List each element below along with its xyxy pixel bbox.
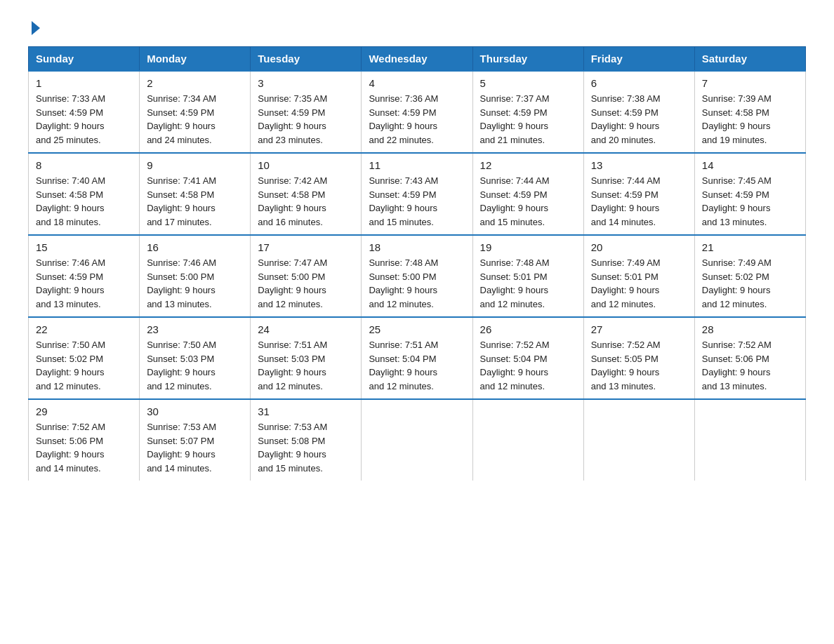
day-number: 4 — [369, 77, 465, 89]
logo-arrow-icon — [32, 21, 40, 35]
calendar-cell: 10 Sunrise: 7:42 AMSunset: 4:58 PMDaylig… — [251, 153, 362, 235]
calendar-cell: 26 Sunrise: 7:52 AMSunset: 5:04 PMDaylig… — [472, 317, 583, 399]
day-number: 21 — [702, 241, 798, 253]
calendar-cell: 3 Sunrise: 7:35 AMSunset: 4:59 PMDayligh… — [251, 71, 362, 153]
day-number: 31 — [258, 405, 354, 417]
calendar-cell: 13 Sunrise: 7:44 AMSunset: 4:59 PMDaylig… — [583, 153, 694, 235]
day-info: Sunrise: 7:53 AMSunset: 5:07 PMDaylight:… — [147, 422, 216, 474]
weekday-header-sunday: Sunday — [29, 47, 140, 72]
calendar-cell: 9 Sunrise: 7:41 AMSunset: 4:58 PMDayligh… — [140, 153, 251, 235]
weekday-header-friday: Friday — [583, 47, 694, 72]
calendar-cell: 16 Sunrise: 7:46 AMSunset: 5:00 PMDaylig… — [140, 235, 251, 317]
weekday-header-saturday: Saturday — [694, 47, 805, 72]
day-info: Sunrise: 7:35 AMSunset: 4:59 PMDaylight:… — [258, 93, 327, 145]
day-number: 9 — [147, 159, 243, 171]
calendar-cell: 4 Sunrise: 7:36 AMSunset: 4:59 PMDayligh… — [362, 71, 472, 153]
day-number: 15 — [36, 241, 132, 253]
day-info: Sunrise: 7:52 AMSunset: 5:04 PMDaylight:… — [480, 340, 550, 391]
day-number: 25 — [369, 323, 465, 335]
day-number: 30 — [147, 405, 243, 417]
calendar-cell: 29 Sunrise: 7:52 AMSunset: 5:06 PMDaylig… — [29, 399, 140, 481]
day-info: Sunrise: 7:50 AMSunset: 5:02 PMDaylight:… — [36, 340, 105, 391]
calendar-cell: 8 Sunrise: 7:40 AMSunset: 4:58 PMDayligh… — [29, 153, 140, 235]
calendar-cell: 5 Sunrise: 7:37 AMSunset: 4:59 PMDayligh… — [472, 71, 583, 153]
day-number: 7 — [702, 77, 798, 89]
day-number: 26 — [480, 323, 576, 335]
logo — [28, 21, 40, 32]
day-number: 20 — [591, 241, 687, 253]
day-info: Sunrise: 7:51 AMSunset: 5:04 PMDaylight:… — [369, 340, 438, 391]
day-info: Sunrise: 7:36 AMSunset: 4:59 PMDaylight:… — [369, 93, 438, 145]
week-row-5: 29 Sunrise: 7:52 AMSunset: 5:06 PMDaylig… — [29, 399, 806, 481]
calendar-cell: 18 Sunrise: 7:48 AMSunset: 5:00 PMDaylig… — [362, 235, 472, 317]
day-number: 1 — [36, 77, 132, 89]
day-number: 10 — [258, 159, 354, 171]
calendar-cell — [694, 399, 805, 481]
day-number: 29 — [36, 405, 132, 417]
day-number: 27 — [591, 323, 687, 335]
calendar-table: SundayMondayTuesdayWednesdayThursdayFrid… — [28, 46, 806, 481]
day-number: 11 — [369, 159, 465, 171]
day-number: 16 — [147, 241, 243, 253]
calendar-cell: 25 Sunrise: 7:51 AMSunset: 5:04 PMDaylig… — [362, 317, 472, 399]
calendar-cell: 14 Sunrise: 7:45 AMSunset: 4:59 PMDaylig… — [694, 153, 805, 235]
calendar-cell — [583, 399, 694, 481]
day-info: Sunrise: 7:43 AMSunset: 4:59 PMDaylight:… — [369, 175, 438, 227]
day-number: 17 — [258, 241, 354, 253]
calendar-cell: 15 Sunrise: 7:46 AMSunset: 4:59 PMDaylig… — [29, 235, 140, 317]
day-info: Sunrise: 7:39 AMSunset: 4:58 PMDaylight:… — [702, 93, 772, 145]
day-number: 12 — [480, 159, 576, 171]
weekday-header-thursday: Thursday — [472, 47, 583, 72]
day-number: 8 — [36, 159, 132, 171]
calendar-cell: 31 Sunrise: 7:53 AMSunset: 5:08 PMDaylig… — [251, 399, 362, 481]
week-row-2: 8 Sunrise: 7:40 AMSunset: 4:58 PMDayligh… — [29, 153, 806, 235]
calendar-cell: 19 Sunrise: 7:48 AMSunset: 5:01 PMDaylig… — [472, 235, 583, 317]
weekday-header-wednesday: Wednesday — [362, 47, 472, 72]
day-info: Sunrise: 7:37 AMSunset: 4:59 PMDaylight:… — [480, 93, 550, 145]
calendar-cell — [362, 399, 472, 481]
calendar-cell: 23 Sunrise: 7:50 AMSunset: 5:03 PMDaylig… — [140, 317, 251, 399]
calendar-cell: 12 Sunrise: 7:44 AMSunset: 4:59 PMDaylig… — [472, 153, 583, 235]
day-number: 28 — [702, 323, 798, 335]
logo-text — [28, 21, 40, 35]
day-number: 19 — [480, 241, 576, 253]
day-number: 24 — [258, 323, 354, 335]
page-header — [28, 21, 806, 32]
calendar-cell: 28 Sunrise: 7:52 AMSunset: 5:06 PMDaylig… — [694, 317, 805, 399]
calendar-cell: 21 Sunrise: 7:49 AMSunset: 5:02 PMDaylig… — [694, 235, 805, 317]
day-info: Sunrise: 7:41 AMSunset: 4:58 PMDaylight:… — [147, 175, 216, 227]
calendar-header: SundayMondayTuesdayWednesdayThursdayFrid… — [29, 47, 806, 72]
calendar-cell: 30 Sunrise: 7:53 AMSunset: 5:07 PMDaylig… — [140, 399, 251, 481]
day-info: Sunrise: 7:49 AMSunset: 5:01 PMDaylight:… — [591, 257, 661, 309]
day-info: Sunrise: 7:46 AMSunset: 5:00 PMDaylight:… — [147, 257, 216, 309]
day-info: Sunrise: 7:51 AMSunset: 5:03 PMDaylight:… — [258, 340, 327, 391]
day-number: 2 — [147, 77, 243, 89]
day-info: Sunrise: 7:50 AMSunset: 5:03 PMDaylight:… — [147, 340, 216, 391]
day-info: Sunrise: 7:48 AMSunset: 5:00 PMDaylight:… — [369, 257, 438, 309]
day-info: Sunrise: 7:49 AMSunset: 5:02 PMDaylight:… — [702, 257, 772, 309]
day-info: Sunrise: 7:33 AMSunset: 4:59 PMDaylight:… — [36, 93, 105, 145]
calendar-cell: 22 Sunrise: 7:50 AMSunset: 5:02 PMDaylig… — [29, 317, 140, 399]
day-info: Sunrise: 7:45 AMSunset: 4:59 PMDaylight:… — [702, 175, 772, 227]
calendar-cell: 2 Sunrise: 7:34 AMSunset: 4:59 PMDayligh… — [140, 71, 251, 153]
day-info: Sunrise: 7:46 AMSunset: 4:59 PMDaylight:… — [36, 257, 105, 309]
day-number: 5 — [480, 77, 576, 89]
day-number: 22 — [36, 323, 132, 335]
day-info: Sunrise: 7:34 AMSunset: 4:59 PMDaylight:… — [147, 93, 216, 145]
weekday-header-tuesday: Tuesday — [251, 47, 362, 72]
calendar-body: 1 Sunrise: 7:33 AMSunset: 4:59 PMDayligh… — [29, 71, 806, 481]
day-info: Sunrise: 7:38 AMSunset: 4:59 PMDaylight:… — [591, 93, 661, 145]
day-info: Sunrise: 7:53 AMSunset: 5:08 PMDaylight:… — [258, 422, 327, 474]
day-number: 18 — [369, 241, 465, 253]
day-info: Sunrise: 7:52 AMSunset: 5:06 PMDaylight:… — [702, 340, 772, 391]
week-row-4: 22 Sunrise: 7:50 AMSunset: 5:02 PMDaylig… — [29, 317, 806, 399]
day-number: 13 — [591, 159, 687, 171]
calendar-cell — [472, 399, 583, 481]
calendar-cell: 17 Sunrise: 7:47 AMSunset: 5:00 PMDaylig… — [251, 235, 362, 317]
week-row-1: 1 Sunrise: 7:33 AMSunset: 4:59 PMDayligh… — [29, 71, 806, 153]
day-number: 3 — [258, 77, 354, 89]
day-info: Sunrise: 7:42 AMSunset: 4:58 PMDaylight:… — [258, 175, 327, 227]
calendar-cell: 24 Sunrise: 7:51 AMSunset: 5:03 PMDaylig… — [251, 317, 362, 399]
calendar-cell: 27 Sunrise: 7:52 AMSunset: 5:05 PMDaylig… — [583, 317, 694, 399]
day-info: Sunrise: 7:47 AMSunset: 5:00 PMDaylight:… — [258, 257, 327, 309]
